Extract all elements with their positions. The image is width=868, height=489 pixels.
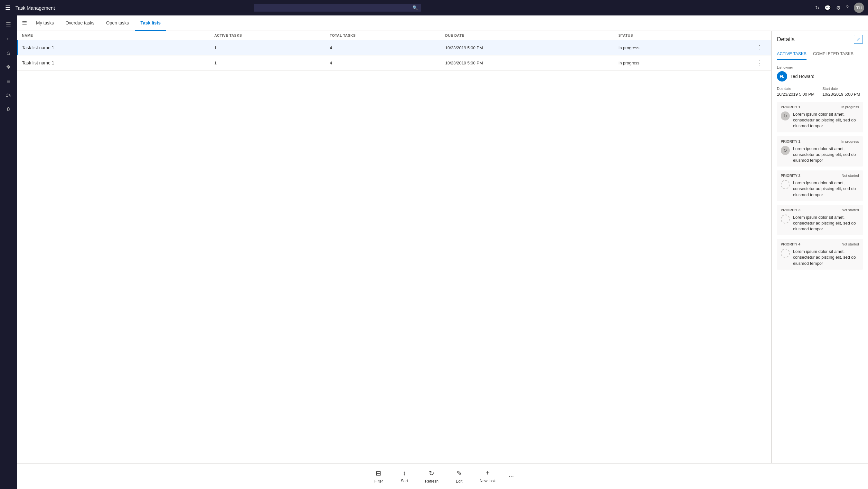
task-card-body: ↻ Lorem ipsum dolor sit amet, consectetu… bbox=[781, 146, 859, 164]
details-body: List owner FL Ted Howard Due date 10/23/… bbox=[772, 60, 868, 463]
tab-my-tasks[interactable]: My tasks bbox=[31, 16, 59, 31]
search-bar: 🔍 bbox=[254, 4, 421, 11]
priority-label: PRIORITY 2 bbox=[781, 174, 800, 177]
task-card[interactable]: PRIORITY 4 Not started Lorem ipsum dolor… bbox=[777, 239, 863, 270]
list-owner-label: List owner bbox=[777, 65, 863, 69]
owner-name: Ted Howard bbox=[790, 74, 814, 79]
tab-task-lists[interactable]: Task lists bbox=[135, 16, 166, 31]
sort-icon: ↕ bbox=[403, 469, 406, 477]
task-card-body: Lorem ipsum dolor sit amet, consectetur … bbox=[781, 180, 859, 198]
topbar-actions: ↻ 💬 ⚙ ? TH bbox=[815, 3, 864, 13]
details-tab-active[interactable]: ACTIVE TASKS bbox=[777, 48, 807, 60]
more-button[interactable]: ··· bbox=[503, 470, 519, 483]
task-text: Lorem ipsum dolor sit amet, consectetur … bbox=[793, 146, 859, 164]
task-card[interactable]: PRIORITY 2 Not started Lorem ipsum dolor… bbox=[777, 170, 863, 201]
task-text: Lorem ipsum dolor sit amet, consectetur … bbox=[793, 180, 859, 198]
content-area: ☰ My tasks Overdue tasks Open tasks Task… bbox=[17, 16, 868, 489]
refresh-label: Refresh bbox=[425, 479, 438, 484]
help-icon[interactable]: ? bbox=[846, 5, 849, 11]
refresh-button[interactable]: ↻ Refresh bbox=[417, 467, 446, 486]
new-task-label: New task bbox=[480, 479, 495, 483]
start-date-label: Start date bbox=[823, 87, 863, 90]
sidebar-hamburger[interactable]: ☰ bbox=[2, 18, 15, 31]
priority-label: PRIORITY 4 bbox=[781, 242, 800, 246]
expand-button[interactable]: ⤢ bbox=[854, 35, 863, 44]
new-task-button[interactable]: + New task bbox=[472, 467, 503, 486]
table-row[interactable]: Task list name 1 1 4 10/23/2019 5:00 PM … bbox=[17, 40, 771, 55]
col-active-tasks: ACTIVE TASKS bbox=[214, 33, 330, 37]
main-layout: ☰ ← ⌂ ❖ ≡ 🛍 0 ☰ My tasks Overdue tasks O… bbox=[0, 16, 868, 489]
task-card[interactable]: PRIORITY 1 In progress ↻ Lorem ipsum dol… bbox=[777, 102, 863, 133]
content-body: NAME ACTIVE TASKS TOTAL TASKS DUE DATE S… bbox=[17, 31, 868, 463]
task-text: Lorem ipsum dolor sit amet, consectetur … bbox=[793, 249, 859, 266]
topbar: ☰ Task Management 🔍 ↻ 💬 ⚙ ? TH bbox=[0, 0, 868, 16]
task-status-icon bbox=[781, 214, 790, 224]
sidebar-back-icon[interactable]: ← bbox=[2, 32, 15, 45]
row2-total-tasks: 4 bbox=[330, 61, 445, 65]
priority-label: PRIORITY 1 bbox=[781, 140, 800, 143]
refresh-icon: ↻ bbox=[429, 469, 434, 477]
filter-button[interactable]: ⊟ Filter bbox=[366, 467, 392, 486]
search-input[interactable] bbox=[257, 5, 410, 10]
task-card-header: PRIORITY 1 In progress bbox=[781, 140, 859, 143]
task-card-body: Lorem ipsum dolor sit amet, consectetur … bbox=[781, 214, 859, 232]
new-task-icon: + bbox=[486, 469, 490, 477]
app-title: Task Management bbox=[16, 5, 55, 11]
sidebar-list-icon[interactable]: ≡ bbox=[2, 75, 15, 88]
task-card[interactable]: PRIORITY 1 In progress ↻ Lorem ipsum dol… bbox=[777, 136, 863, 167]
task-text: Lorem ipsum dolor sit amet, consectetur … bbox=[793, 112, 859, 129]
row1-menu[interactable]: ⋮ bbox=[753, 44, 766, 51]
start-date-value: 10/23/2019 5:00 PM bbox=[823, 92, 863, 97]
filter-label: Filter bbox=[374, 479, 383, 484]
due-date-block: Due date 10/23/2019 5:00 PM bbox=[777, 87, 817, 97]
chat-icon[interactable]: 💬 bbox=[825, 5, 831, 11]
task-card-header: PRIORITY 3 Not started bbox=[781, 208, 859, 212]
list-owner-section: List owner FL Ted Howard bbox=[777, 65, 863, 82]
col-name: NAME bbox=[22, 33, 214, 37]
task-cards: PRIORITY 1 In progress ↻ Lorem ipsum dol… bbox=[777, 102, 863, 270]
task-status-icon: ↻ bbox=[781, 146, 790, 155]
owner-initials: FL bbox=[780, 75, 784, 78]
refresh-icon[interactable]: ↻ bbox=[815, 5, 819, 11]
second-nav-hamburger[interactable]: ☰ bbox=[22, 20, 27, 27]
priority-label: PRIORITY 1 bbox=[781, 105, 800, 109]
task-status: In progress bbox=[841, 105, 859, 109]
row2-menu[interactable]: ⋮ bbox=[753, 59, 766, 66]
sort-button[interactable]: ↕ Sort bbox=[392, 467, 417, 486]
avatar[interactable]: TH bbox=[854, 3, 864, 13]
sidebar-apps-icon[interactable]: ❖ bbox=[2, 61, 15, 74]
row2-status: In progress bbox=[618, 61, 753, 65]
table-row[interactable]: Task list name 1 1 4 10/23/2019 5:00 PM … bbox=[17, 55, 771, 70]
row2-name: Task list name 1 bbox=[22, 60, 214, 65]
edit-icon: ✎ bbox=[457, 469, 462, 477]
details-tab-completed[interactable]: COMPLETED TASKS bbox=[813, 48, 854, 60]
list-owner: FL Ted Howard bbox=[777, 71, 863, 82]
task-card-header: PRIORITY 4 Not started bbox=[781, 242, 859, 246]
priority-label: PRIORITY 3 bbox=[781, 208, 800, 212]
edit-button[interactable]: ✎ Edit bbox=[446, 467, 472, 486]
task-card-header: PRIORITY 1 In progress bbox=[781, 105, 859, 109]
sidebar-zero-icon[interactable]: 0 bbox=[2, 103, 15, 116]
settings-icon[interactable]: ⚙ bbox=[836, 5, 841, 11]
sidebar-home-icon[interactable]: ⌂ bbox=[2, 47, 15, 59]
tab-open-tasks[interactable]: Open tasks bbox=[101, 16, 134, 31]
col-actions bbox=[753, 33, 766, 37]
hamburger-icon[interactable]: ☰ bbox=[4, 4, 11, 11]
task-status-icon bbox=[781, 180, 790, 189]
details-header: Details ⤢ bbox=[772, 31, 868, 48]
task-card[interactable]: PRIORITY 3 Not started Lorem ipsum dolor… bbox=[777, 205, 863, 235]
task-status: Not started bbox=[842, 242, 859, 246]
table-header: NAME ACTIVE TASKS TOTAL TASKS DUE DATE S… bbox=[17, 31, 771, 40]
task-status: In progress bbox=[841, 140, 859, 143]
avatar-initials: TH bbox=[856, 5, 862, 10]
details-tabs: ACTIVE TASKS COMPLETED TASKS bbox=[772, 48, 868, 60]
task-table-area: NAME ACTIVE TASKS TOTAL TASKS DUE DATE S… bbox=[17, 31, 771, 463]
bottom-toolbar: ⊟ Filter ↕ Sort ↻ Refresh ✎ Edit + New t… bbox=[17, 463, 868, 489]
owner-avatar: FL bbox=[777, 71, 787, 82]
sort-label: Sort bbox=[401, 479, 408, 483]
start-date-block: Start date 10/23/2019 5:00 PM bbox=[823, 87, 863, 97]
details-panel: Details ⤢ ACTIVE TASKS COMPLETED TASKS L… bbox=[771, 31, 868, 463]
due-date-value: 10/23/2019 5:00 PM bbox=[777, 92, 817, 97]
tab-overdue-tasks[interactable]: Overdue tasks bbox=[60, 16, 99, 31]
sidebar-bag-icon[interactable]: 🛍 bbox=[2, 89, 15, 102]
